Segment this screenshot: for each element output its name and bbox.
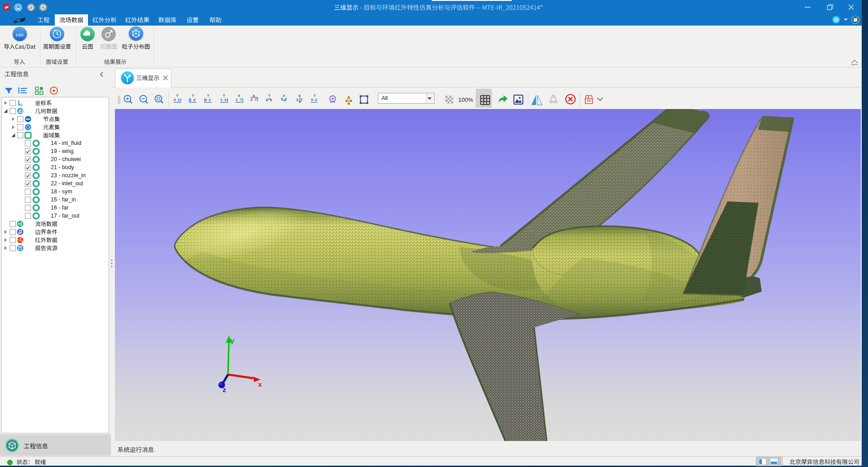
svg-text:y: y <box>231 336 235 344</box>
svg-text:z: z <box>250 97 253 102</box>
svg-text:x: x <box>253 93 255 98</box>
svg-text:z: z <box>236 97 238 102</box>
svg-text:Y: Y <box>313 93 316 98</box>
svg-text:x: x <box>298 93 301 98</box>
svg-text:x: x <box>174 97 176 102</box>
svg-text:z: z <box>189 97 192 102</box>
svg-text:x: x <box>21 103 23 106</box>
svg-text:Y: Y <box>223 93 225 98</box>
svg-text:Y: Y <box>268 93 271 98</box>
svg-text:z: z <box>296 97 298 102</box>
svg-text:z: z <box>209 97 211 102</box>
svg-text:cas: cas <box>16 31 23 38</box>
svg-text:x: x <box>283 93 285 98</box>
svg-text:x: x <box>224 97 227 102</box>
svg-text:Y: Y <box>240 97 242 102</box>
svg-text:x: x <box>311 97 313 102</box>
svg-text:z: z <box>315 97 317 102</box>
svg-text:x: x <box>205 97 207 102</box>
svg-text:Y: Y <box>281 97 283 102</box>
svg-text:Y: Y <box>207 93 210 98</box>
svg-text:z: z <box>178 97 180 102</box>
svg-text:x: x <box>270 97 272 102</box>
svg-text:Y: Y <box>192 93 194 98</box>
svg-text:z: z <box>223 386 226 393</box>
svg-text:Y: Y <box>176 93 179 98</box>
svg-text:z: z <box>220 97 223 102</box>
svg-text:x: x <box>238 93 240 98</box>
svg-text:Y: Y <box>300 97 303 102</box>
svg-text:x: x <box>258 380 262 388</box>
svg-text:x: x <box>193 97 196 102</box>
svg-text:z: z <box>19 102 20 105</box>
svg-text:100%: 100% <box>458 96 473 103</box>
svg-text:z: z <box>285 97 287 102</box>
svg-text:z: z <box>266 97 268 102</box>
svg-text:Y: Y <box>254 97 257 102</box>
